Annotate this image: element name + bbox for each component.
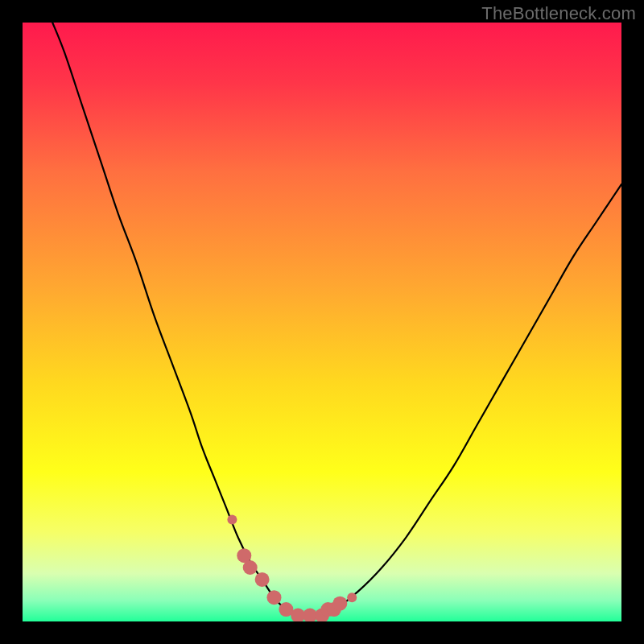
chart-frame: TheBottleneck.com [0, 0, 644, 644]
marker-point [243, 560, 258, 575]
plot-area [23, 23, 621, 621]
marker-point [347, 592, 357, 602]
marker-layer [227, 515, 357, 622]
marker-point [267, 590, 282, 605]
marker-point [227, 515, 237, 525]
marker-point [332, 597, 347, 611]
watermark: TheBottleneck.com [481, 3, 636, 24]
marker-point [255, 572, 270, 587]
chart-svg [23, 23, 621, 621]
bottleneck-curve [52, 23, 621, 617]
